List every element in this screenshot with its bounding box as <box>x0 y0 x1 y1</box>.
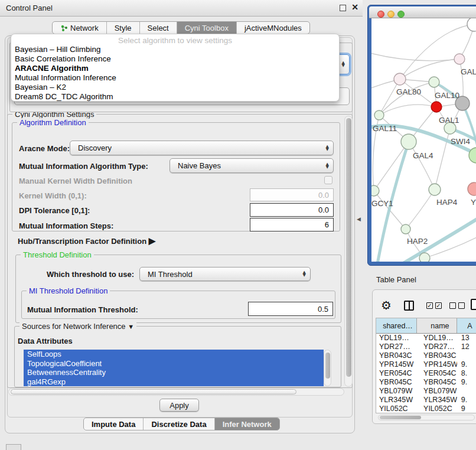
data-attribute-item[interactable]: gal4RGexp <box>24 377 324 387</box>
float-window-icon[interactable] <box>340 5 346 11</box>
network-node[interactable] <box>419 253 430 262</box>
network-edge[interactable] <box>400 59 459 79</box>
network-node[interactable] <box>371 185 379 196</box>
network-edge[interactable] <box>374 142 409 191</box>
network-edge[interactable] <box>409 142 435 190</box>
hub-definition-toggle[interactable]: Hub/Transcription Factor Definition ▶ <box>18 236 155 246</box>
table-cell: YLR345W <box>376 396 417 405</box>
checked-box-icon[interactable]: ✓ <box>426 302 433 309</box>
close-traffic-light-icon[interactable] <box>377 11 384 18</box>
table-horizontal-scrollbar[interactable] <box>378 415 475 420</box>
kernel-width-field[interactable]: 0.0 <box>250 188 334 201</box>
network-node[interactable] <box>401 134 416 149</box>
network-node[interactable] <box>468 182 476 195</box>
node-label: GAL10 <box>435 91 459 100</box>
gear-icon[interactable]: ⚙ <box>381 298 392 312</box>
attr-list-scrollbar[interactable] <box>324 350 331 386</box>
network-node[interactable] <box>429 77 439 87</box>
splitter-collapse-icon[interactable]: ◀ <box>357 216 361 222</box>
data-attribute-item[interactable]: TopologicalCoefficient <box>24 359 324 369</box>
kernel-width-label: Kernel Width (0,1): <box>19 191 87 200</box>
tab-discretize-data[interactable]: Discretize Data <box>144 418 214 430</box>
zoom-traffic-light-icon[interactable] <box>397 11 405 18</box>
data-attribute-item[interactable]: BetweennessCentrality <box>24 368 324 377</box>
network-node[interactable] <box>454 54 465 64</box>
algorithm-option[interactable]: Dream8 DC_TDC Algorithm <box>11 92 339 102</box>
manual-kernel-label: Manual Kernel Width Definition <box>19 177 132 185</box>
algorithm-option[interactable]: Bayesian – Hill Climbing <box>11 45 339 54</box>
table-row[interactable]: YIL052CYIL052C9 <box>376 405 476 413</box>
manual-kernel-checkbox[interactable] <box>324 176 332 184</box>
tab-network[interactable]: Network <box>53 22 107 34</box>
apply-button-label: Apply <box>169 401 189 410</box>
aracne-mode-label: Aracne Mode: <box>19 144 70 153</box>
table-row[interactable]: YLR345WYLR345W9. <box>376 396 476 405</box>
algorithm-dropdown-placeholder: Select algorithm to view settings <box>11 34 339 45</box>
table-row[interactable]: YER054CYER054C8. <box>376 369 476 378</box>
network-node[interactable] <box>394 73 406 85</box>
tab-style[interactable]: Style <box>107 22 140 34</box>
mi-type-combo[interactable]: Naive Bayes ▲▼ <box>169 158 334 173</box>
table-cell: YDR27… <box>417 343 457 351</box>
network-canvas[interactable]: GALGAL80GAL10GAL1GAL11SWI4GAL4GCY1HAP4YH… <box>371 18 476 262</box>
minimize-traffic-light-icon[interactable] <box>387 11 395 18</box>
table-header-row: shared…nameA <box>376 318 476 334</box>
algorithm-option[interactable]: Basic Correlation Inference <box>11 54 339 64</box>
network-node[interactable] <box>401 224 410 234</box>
table-row[interactable]: YPR145WYPR145W9. <box>376 360 476 369</box>
column-header[interactable]: A <box>457 318 476 333</box>
algorithm-option[interactable]: ARACNE Algorithm <box>11 64 339 73</box>
expand-right-icon: ▶ <box>149 236 156 246</box>
checked-box-icon[interactable]: ✓ <box>435 302 442 309</box>
unchecked-box-icon[interactable] <box>449 302 456 309</box>
table-cell: YER054C <box>376 369 417 378</box>
network-node[interactable] <box>467 18 476 31</box>
tab-infer-network[interactable]: Infer Network <box>215 418 279 430</box>
table-cell: 9. <box>457 378 476 387</box>
collapsed-panel-stub[interactable] <box>6 444 21 450</box>
node-label: GAL <box>461 67 476 76</box>
network-node[interactable] <box>431 102 442 112</box>
column-header[interactable]: shared… <box>376 318 417 333</box>
combo-arrows-icon: ▲▼ <box>303 271 306 277</box>
table-row[interactable]: YBL079WYBL079W <box>376 387 476 396</box>
close-panel-icon[interactable]: ✕ <box>351 2 358 12</box>
network-edge[interactable] <box>406 190 435 229</box>
table-cell: YBR045C <box>417 378 457 387</box>
dpi-tolerance-value: 0.0 <box>318 206 329 214</box>
mi-threshold-field[interactable]: 0.5 <box>248 302 333 316</box>
algorithm-option[interactable]: Mutual Information Inference <box>11 73 339 83</box>
data-attribute-item[interactable]: SelfLoops <box>24 350 324 359</box>
mi-steps-field[interactable]: 6 <box>250 218 334 231</box>
node-label: GAL80 <box>396 87 421 96</box>
network-node[interactable] <box>429 184 441 195</box>
tab-impute-data[interactable]: Impute Data <box>84 418 144 430</box>
aracne-mode-combo[interactable]: Discovery ▲▼ <box>70 141 334 155</box>
table-cell: YBR043C <box>417 351 457 360</box>
settings-horizontal-scrollbar[interactable] <box>8 388 344 396</box>
table-row[interactable]: YDR27…YDR27…12 <box>376 343 476 351</box>
table-row[interactable]: YDL19…YDL19…13 <box>376 334 476 343</box>
document-icon[interactable] <box>471 299 476 310</box>
dpi-tolerance-field[interactable]: 0.0 <box>250 203 334 217</box>
network-window-titlebar[interactable] <box>369 6 476 18</box>
apply-button[interactable]: Apply <box>159 399 199 412</box>
tab-select[interactable]: Select <box>140 22 177 34</box>
collapse-down-icon[interactable]: ▼ <box>128 323 134 330</box>
table-row[interactable]: YBR045CYBR045C9. <box>376 378 476 387</box>
columns-icon[interactable] <box>404 301 414 311</box>
data-attributes-list[interactable]: SelfLoopsTopologicalCoefficientBetweenne… <box>24 350 324 386</box>
which-threshold-combo[interactable]: MI Threshold ▲▼ <box>139 267 311 281</box>
algorithm-option[interactable]: Bayesian – K2 <box>11 83 339 92</box>
tab-cyni-toolbox[interactable]: Cyni Toolbox <box>177 22 237 34</box>
node-attribute-table[interactable]: shared…nameA YDL19…YDL19…13YDR27…YDR27…1… <box>376 318 476 413</box>
network-node[interactable] <box>374 110 384 120</box>
table-cell: YIL052C <box>376 405 417 413</box>
mi-type-value: Naive Bayes <box>178 161 221 170</box>
table-row[interactable]: YBR043CYBR043C <box>376 351 476 360</box>
column-header[interactable]: name <box>417 318 457 333</box>
settings-vertical-scrollbar[interactable] <box>344 116 353 387</box>
table-cell: 9. <box>457 360 476 369</box>
tab-jactivemnodules[interactable]: jActiveMNodules <box>237 22 309 34</box>
unchecked-box-icon[interactable] <box>458 302 465 309</box>
